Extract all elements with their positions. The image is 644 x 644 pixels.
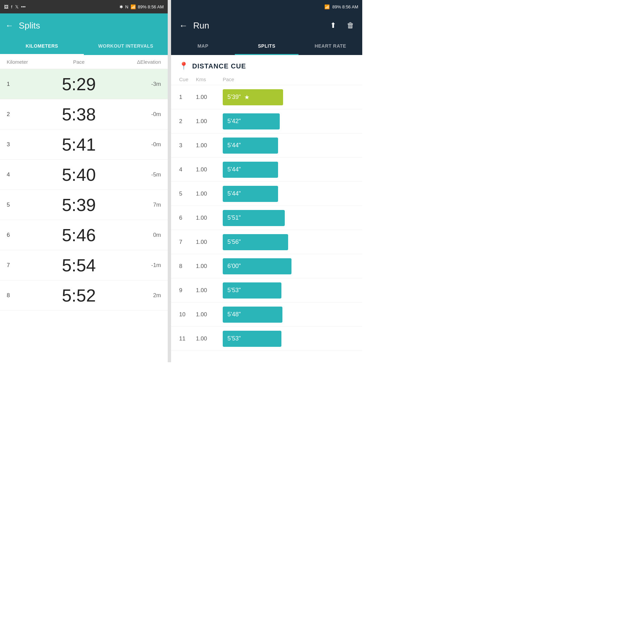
pace-bar: 5'56" [223, 234, 288, 250]
status-right: ✱ N 📶 89% 8:56 AM [119, 4, 164, 9]
left-header: ← Splits [0, 13, 168, 38]
cue-num: 4 [179, 166, 196, 173]
rcol-cue-label: Cue [179, 76, 196, 82]
split-elevation: -1m [131, 262, 161, 269]
cue-pace-bar: 5'51" [223, 210, 354, 226]
distance-cue-title: DISTANCE CUE [192, 62, 246, 70]
right-panel: 📶 89% 8:56 AM ← Run ⬆ 🗑 MAP SPLITS HEART… [171, 0, 362, 362]
pace-value: 5'53" [227, 287, 241, 294]
split-elevation: 2m [131, 292, 161, 299]
star-icon: ★ [244, 94, 250, 101]
status-bar-right: 📶 89% 8:56 AM [171, 0, 362, 13]
pace-bar: 5'48" [223, 307, 282, 323]
right-col-headers: Cue Kms Pace [171, 74, 362, 85]
pace-value: 6'00" [227, 263, 241, 270]
tab-workout-intervals[interactable]: WORKOUT INTERVALS [84, 38, 168, 55]
cue-num: 6 [179, 215, 196, 221]
tab-splits[interactable]: SPLITS [235, 38, 299, 55]
cue-row: 9 1.00 5'53" [171, 278, 362, 303]
cue-kms: 1.00 [196, 118, 223, 125]
pace-bar: 5'44" [223, 162, 278, 178]
pace-bar: 5'39" ★ [223, 89, 283, 105]
split-num: 7 [7, 262, 27, 269]
split-num: 3 [7, 141, 27, 148]
cue-kms: 1.00 [196, 239, 223, 246]
cue-pace-bar: 5'44" [223, 138, 354, 154]
tab-heart-rate[interactable]: HEART RATE [299, 38, 362, 55]
cue-pace-bar: 5'39" ★ [223, 89, 354, 105]
cue-num: 10 [179, 311, 196, 318]
cue-num: 1 [179, 94, 196, 101]
cue-row: 5 1.00 5'44" [171, 182, 362, 206]
photo-icon: 🖼 [4, 4, 8, 9]
status-icons: 🖼 f 𝕏 ••• [4, 4, 25, 9]
rcol-kms-label: Kms [196, 76, 223, 82]
cue-pace-bar: 5'53" [223, 331, 354, 347]
col-elevation-label: ΔElevation [131, 59, 161, 65]
pace-bar: 5'51" [223, 210, 285, 226]
split-pace: 5:54 [27, 255, 131, 275]
col-headers: Kilometer Pace ΔElevation [0, 55, 168, 69]
right-tabs: MAP SPLITS HEART RATE [171, 38, 362, 55]
cue-pace-bar: 5'56" [223, 234, 354, 250]
left-tabs: KILOMETERS WORKOUT INTERVALS [0, 38, 168, 55]
wifi-icon-right: 📶 [324, 4, 330, 9]
split-row: 7 5:54 -1m [0, 250, 168, 280]
col-pace-label: Pace [27, 59, 131, 65]
pace-value: 5'44" [227, 142, 241, 149]
split-num: 8 [7, 292, 27, 299]
tab-map[interactable]: MAP [171, 38, 235, 55]
cue-num: 3 [179, 142, 196, 149]
split-row: 3 5:41 -0m [0, 129, 168, 160]
cue-kms: 1.00 [196, 263, 223, 270]
cue-kms: 1.00 [196, 287, 223, 294]
more-icon: ••• [21, 4, 26, 9]
distance-cue-header: 📍 DISTANCE CUE [171, 55, 362, 74]
cue-row: 7 1.00 5'56" [171, 230, 362, 254]
splits-list: 1 5:29 -3m 2 5:38 -0m 3 5:41 -0m 4 5:40 … [0, 69, 168, 362]
pace-value: 5'53" [227, 335, 241, 342]
battery-right: 89% 8:56 AM [332, 4, 358, 9]
split-row: 8 5:52 2m [0, 280, 168, 311]
split-elevation: 0m [131, 232, 161, 238]
pace-value: 5'44" [227, 166, 241, 173]
split-row: 2 5:38 -0m [0, 99, 168, 129]
pace-bar: 5'53" [223, 331, 281, 347]
cue-num: 5 [179, 191, 196, 197]
cue-row: 4 1.00 5'44" [171, 158, 362, 182]
col-kilometer-label: Kilometer [7, 59, 27, 65]
back-button[interactable]: ← [5, 21, 13, 30]
cue-row: 2 1.00 5'42" [171, 109, 362, 133]
split-row: 5 5:39 7m [0, 190, 168, 220]
cue-num: 9 [179, 287, 196, 294]
split-pace: 5:41 [27, 135, 131, 155]
split-num: 4 [7, 171, 27, 178]
split-elevation: -3m [131, 81, 161, 88]
split-pace: 5:52 [27, 285, 131, 306]
cue-list: 1 1.00 5'39" ★ 2 1.00 5'42" 3 1.00 5'44"… [171, 85, 362, 362]
split-num: 5 [7, 202, 27, 208]
wifi-icon: 📶 [130, 4, 136, 9]
cue-num: 8 [179, 263, 196, 270]
pace-bar: 5'44" [223, 186, 278, 202]
split-elevation: -5m [131, 171, 161, 178]
twitter-icon: 𝕏 [15, 4, 18, 9]
delete-button[interactable]: 🗑 [347, 21, 354, 30]
cue-pace-bar: 5'44" [223, 186, 354, 202]
status-bar-left: 🖼 f 𝕏 ••• ✱ N 📶 89% 8:56 AM [0, 0, 168, 13]
back-button-right[interactable]: ← [179, 20, 188, 31]
pin-icon: 📍 [179, 62, 188, 70]
cue-pace-bar: 6'00" [223, 258, 354, 274]
tab-kilometers[interactable]: KILOMETERS [0, 38, 84, 55]
cue-kms: 1.00 [196, 311, 223, 318]
cue-num: 11 [179, 335, 196, 342]
cue-row: 8 1.00 6'00" [171, 254, 362, 278]
pace-value: 5'48" [227, 311, 241, 318]
nfc-icon: N [125, 4, 128, 9]
cue-row: 6 1.00 5'51" [171, 206, 362, 230]
pace-bar: 5'42" [223, 113, 280, 129]
cue-kms: 1.00 [196, 94, 223, 101]
split-elevation: 7m [131, 202, 161, 208]
split-row: 1 5:29 -3m [0, 69, 168, 99]
share-button[interactable]: ⬆ [330, 21, 336, 30]
